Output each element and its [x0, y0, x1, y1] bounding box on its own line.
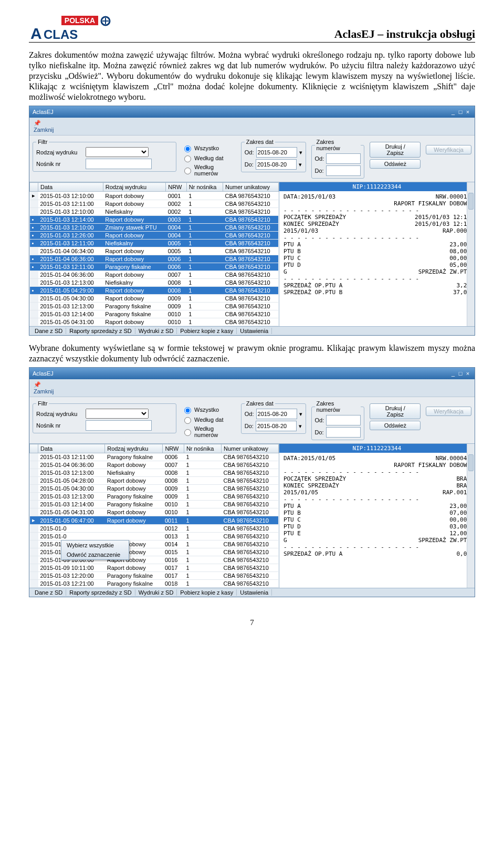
- date-to[interactable]: [256, 421, 297, 431]
- radio-nums[interactable]: Według numerów: [182, 164, 236, 176]
- status-tab[interactable]: Dane z SD: [32, 589, 66, 596]
- table-row[interactable]: 2015-01-03 12:13:00Niefiskalny00081CBA 9…: [30, 469, 279, 477]
- column-header[interactable]: Data: [38, 444, 105, 453]
- table-row[interactable]: 2015-01-03 12:21:00Paragony fiskalne0018…: [30, 580, 279, 588]
- date-from[interactable]: [256, 147, 297, 158]
- status-tab[interactable]: Pobierz kopie z kasy: [177, 328, 237, 334]
- nosnik-input[interactable]: [86, 420, 152, 431]
- table-row[interactable]: 2015-01-05 04:30:00Raport dobowy00091CBA…: [30, 295, 279, 303]
- column-header[interactable]: NRW: [166, 183, 186, 192]
- num-from[interactable]: [326, 415, 361, 425]
- dropdown-icon[interactable]: ▾: [299, 411, 302, 418]
- logo-aclas-polska: POLSKA A CLAS: [29, 16, 113, 41]
- dropdown-icon[interactable]: ▾: [299, 149, 302, 156]
- status-tab[interactable]: Ustawienia: [237, 328, 272, 334]
- table-row[interactable]: 2015-01-05 04:28:00Raport dobowy00081CBA…: [30, 477, 279, 485]
- table-row[interactable]: 2015-01-03 12:20:00Paragony fiskalne0017…: [30, 572, 279, 580]
- table-row[interactable]: •2015-01-05 04:29:00Raport dobowy00081CB…: [30, 287, 279, 295]
- print-save-button[interactable]: Drukuj / Zapisz: [370, 142, 421, 158]
- table-row[interactable]: •2015-01-04 06:36:00Raport dobowy00061CB…: [30, 255, 279, 263]
- table-row[interactable]: 2015-01-04 06:36:00Raport dobowy00071CBA…: [30, 271, 279, 279]
- print-type-select[interactable]: [86, 147, 149, 157]
- table-row[interactable]: •2015-01-03 12:14:00Raport dobowy00031CB…: [30, 216, 279, 224]
- scrollbar[interactable]: [467, 182, 475, 326]
- table-row[interactable]: 2015-01-03 12:10:00Niefiskalny00021CBA 9…: [30, 208, 279, 216]
- status-tab[interactable]: Raporty sprzedaży z SD: [66, 589, 135, 596]
- status-tab[interactable]: Dane z SD: [32, 328, 66, 334]
- table-row[interactable]: 2015-01-04 06:36:00Raport dobowy00071CBA…: [30, 461, 279, 469]
- table-row[interactable]: 2015-01-03 12:11:00Paragony fiskalne0006…: [30, 453, 279, 461]
- column-header[interactable]: Data: [38, 183, 103, 192]
- dropdown-icon[interactable]: ▾: [299, 161, 302, 168]
- window-buttons[interactable]: _□×: [449, 370, 471, 377]
- radio-all[interactable]: Wszystko: [182, 406, 236, 414]
- table-row[interactable]: 2015-01-05 04:31:00Raport dobowy00101CBA…: [30, 508, 279, 516]
- table-row[interactable]: 2015-01-05 04:30:00Raport dobowy00091CBA…: [30, 485, 279, 493]
- verify-button: Weryfikacja: [426, 145, 471, 154]
- pin-icon[interactable]: 📌: [34, 120, 41, 126]
- document-grid[interactable]: DataRodzaj wydrukuNRWNr nośnikaNumer uni…: [29, 182, 279, 326]
- column-header[interactable]: NRW: [163, 444, 184, 453]
- document-grid[interactable]: DataRodzaj wydrukuNRWNr nośnikaNumer uni…: [29, 444, 279, 588]
- nip-bar: NIP:1112223344: [279, 444, 475, 453]
- status-tab[interactable]: Ustawienia: [237, 589, 272, 596]
- column-header[interactable]: Nr nośnika: [184, 444, 221, 453]
- table-row[interactable]: 2015-01-03 12:14:00Paragony fiskalne0010…: [30, 310, 279, 318]
- status-tab[interactable]: Raporty sprzedaży z SD: [66, 328, 135, 334]
- table-row[interactable]: 2015-01-05 04:31:00Raport dobowy00101CBA…: [30, 318, 279, 326]
- refresh-button[interactable]: Odśwież: [370, 159, 421, 169]
- radio-all[interactable]: Wszystko: [182, 144, 236, 152]
- radio-dates[interactable]: Według dat: [182, 154, 236, 162]
- status-tab[interactable]: Pobierz kopie z kasy: [177, 589, 237, 596]
- table-row[interactable]: 2015-01-03 12:14:00Paragony fiskalne0010…: [30, 501, 279, 508]
- table-row[interactable]: 2015-01-000131CBA 9876543210: [30, 533, 279, 540]
- table-row[interactable]: ▸2015-01-03 12:10:00Raport dobowy00011CB…: [30, 192, 279, 200]
- pin-icon[interactable]: 📌: [34, 381, 41, 388]
- column-header[interactable]: Rodzaj wydruku: [103, 183, 166, 192]
- table-row[interactable]: 2015-01-09 10:11:00Raport dobowy00171CBA…: [30, 564, 279, 572]
- close-button[interactable]: Zamknij: [34, 388, 54, 394]
- table-row[interactable]: •2015-01-03 12:11:00Niefiskalny00051CBA …: [30, 240, 279, 247]
- print-type-select[interactable]: [86, 409, 149, 419]
- refresh-button[interactable]: Odśwież: [370, 421, 421, 430]
- window-buttons[interactable]: _□×: [449, 109, 471, 115]
- table-row[interactable]: 2015-01-03 12:13:00Paragony fiskalne0009…: [30, 493, 279, 501]
- status-tab[interactable]: Wydruki z SD: [135, 328, 177, 334]
- table-row[interactable]: 2015-01-000121CBA 9876543210: [30, 525, 279, 533]
- status-tab[interactable]: Wydruki z SD: [135, 589, 177, 596]
- radio-nums[interactable]: Według numerów: [182, 425, 236, 438]
- ctx-invert[interactable]: Odwróć zaznaczenie: [61, 550, 129, 559]
- table-row[interactable]: 2015-01-03 12:13:00Paragony fiskalne0009…: [30, 303, 279, 310]
- nums-group: Zakres numerów Od: Do:: [311, 139, 365, 179]
- scrollbar[interactable]: [467, 444, 475, 588]
- print-save-button[interactable]: Drukuj / Zapisz: [370, 403, 421, 419]
- titlebar[interactable]: AclasEJ _□×: [29, 368, 475, 379]
- titlebar[interactable]: AclasEJ _□×: [29, 106, 475, 118]
- filter-legend: Filtr: [36, 139, 49, 145]
- context-menu[interactable]: Wybierz wszystkie Odwróć zaznaczenie: [61, 540, 129, 560]
- statusbar[interactable]: Dane z SDRaporty sprzedaży z SDWydruki z…: [29, 588, 475, 597]
- num-to[interactable]: [326, 165, 361, 176]
- column-header[interactable]: Nr nośnika: [186, 183, 223, 192]
- num-from[interactable]: [326, 153, 361, 164]
- date-to[interactable]: [256, 159, 297, 170]
- column-header[interactable]: Numer unikatowy: [223, 183, 278, 192]
- radio-dates[interactable]: Według dat: [182, 415, 236, 424]
- table-row[interactable]: 2015-01-03 12:13:00Niefiskalny00081CBA 9…: [30, 279, 279, 287]
- table-row[interactable]: 2015-01-03 12:11:00Raport dobowy00021CBA…: [30, 200, 279, 208]
- table-row[interactable]: 2015-01-04 06:34:00Raport dobowy00051CBA…: [30, 247, 279, 255]
- table-row[interactable]: •2015-01-03 12:11:00Paragony fiskalne000…: [30, 263, 279, 271]
- column-header[interactable]: Rodzaj wydruku: [105, 444, 163, 453]
- num-to[interactable]: [326, 427, 361, 438]
- table-row[interactable]: •2015-01-03 12:26:00Raport dobowy00041CB…: [30, 232, 279, 240]
- close-button[interactable]: Zamknij: [34, 127, 54, 133]
- table-row[interactable]: •2015-01-03 12:10:00Zmiany stawek PTU000…: [30, 224, 279, 232]
- date-from[interactable]: [256, 409, 297, 419]
- column-header[interactable]: Numer unikatowy: [222, 444, 279, 453]
- ctx-select-all[interactable]: Wybierz wszystkie: [61, 540, 129, 550]
- nosnik-input[interactable]: [86, 159, 152, 169]
- close-icon: ×: [464, 109, 471, 115]
- dropdown-icon[interactable]: ▾: [299, 423, 302, 430]
- statusbar[interactable]: Dane z SDRaporty sprzedaży z SDWydruki z…: [29, 326, 475, 335]
- table-row[interactable]: ▸2015-01-05 06:47:00Raport dobowy00111CB…: [30, 516, 279, 525]
